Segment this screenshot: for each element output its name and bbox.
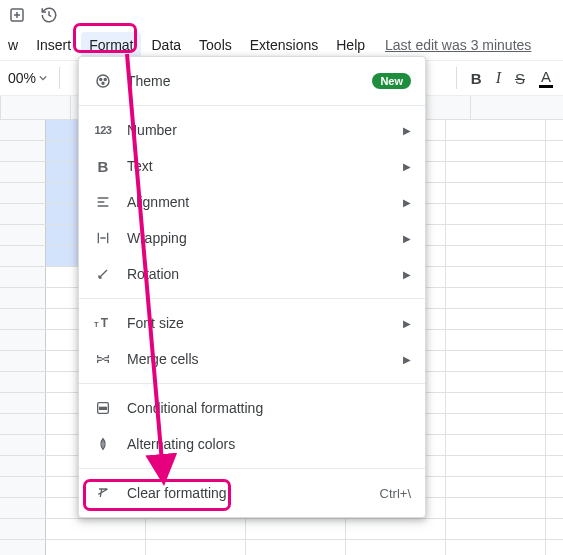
menu-label: Text	[127, 158, 395, 174]
number-icon: 123	[93, 120, 113, 140]
menu-alternating-colors[interactable]: Alternating colors	[79, 426, 425, 462]
separator	[456, 67, 457, 89]
menu-text[interactable]: B Text ▶	[79, 148, 425, 184]
separator	[79, 105, 425, 106]
last-edit-link[interactable]: Last edit was 3 minutes	[385, 37, 531, 53]
menu-data[interactable]: Data	[143, 32, 189, 58]
bold-button[interactable]: B	[471, 70, 482, 87]
wrap-icon	[93, 228, 113, 248]
new-badge: New	[372, 73, 411, 89]
italic-button[interactable]: I	[496, 69, 501, 87]
menu-label: Alternating colors	[127, 436, 411, 452]
svg-text:T: T	[94, 320, 99, 329]
shortcut-label: Ctrl+\	[380, 486, 411, 501]
menu-help[interactable]: Help	[328, 32, 373, 58]
menu-label: Font size	[127, 315, 395, 331]
table-row[interactable]	[0, 540, 563, 555]
merge-icon	[93, 349, 113, 369]
alternating-icon	[93, 434, 113, 454]
separator	[79, 383, 425, 384]
svg-point-1	[97, 75, 109, 87]
menu-wrapping[interactable]: Wrapping ▶	[79, 220, 425, 256]
menu-theme[interactable]: Theme New	[79, 63, 425, 99]
svg-rect-8	[100, 407, 107, 409]
separator	[79, 468, 425, 469]
menu-label: Clear formatting	[127, 485, 380, 501]
submenu-arrow-icon: ▶	[403, 161, 411, 172]
table-row[interactable]	[0, 519, 563, 540]
bold-icon: B	[93, 156, 113, 176]
submenu-arrow-icon: ▶	[403, 269, 411, 280]
align-icon	[93, 192, 113, 212]
zoom-select[interactable]: 00%	[4, 70, 51, 86]
menu-alignment[interactable]: Alignment ▶	[79, 184, 425, 220]
conditional-icon	[93, 398, 113, 418]
menu-format[interactable]: Format	[81, 32, 141, 58]
submenu-arrow-icon: ▶	[403, 318, 411, 329]
clear-format-icon	[93, 483, 113, 503]
menu-conditional-formatting[interactable]: Conditional formatting	[79, 390, 425, 426]
menu-label: Conditional formatting	[127, 400, 411, 416]
menu-rotation[interactable]: Rotation ▶	[79, 256, 425, 292]
history-icon[interactable]	[38, 4, 60, 26]
menu-label: Merge cells	[127, 351, 395, 367]
format-menu: Theme New 123 Number ▶ B Text ▶ Alignmen…	[78, 56, 426, 518]
submenu-arrow-icon: ▶	[403, 197, 411, 208]
chevron-down-icon	[39, 74, 47, 82]
theme-icon	[93, 71, 113, 91]
zoom-value: 00%	[8, 70, 36, 86]
menu-number[interactable]: 123 Number ▶	[79, 112, 425, 148]
submenu-arrow-icon: ▶	[403, 233, 411, 244]
menu-label: Theme	[127, 73, 372, 89]
menu-view[interactable]: w	[0, 32, 26, 58]
col-header[interactable]	[1, 96, 71, 119]
menu-label: Alignment	[127, 194, 395, 210]
menu-fontsize[interactable]: TT Font size ▶	[79, 305, 425, 341]
separator	[59, 67, 60, 89]
submenu-arrow-icon: ▶	[403, 354, 411, 365]
svg-point-4	[102, 82, 104, 84]
menu-clear-formatting[interactable]: Clear formatting Ctrl+\	[79, 475, 425, 511]
add-shortcut-icon[interactable]	[6, 4, 28, 26]
menu-label: Number	[127, 122, 395, 138]
strikethrough-button[interactable]: S	[515, 70, 525, 87]
menu-tools[interactable]: Tools	[191, 32, 240, 58]
quick-access-bar	[0, 0, 563, 30]
svg-text:T: T	[101, 316, 109, 330]
menu-insert[interactable]: Insert	[28, 32, 79, 58]
col-header[interactable]	[471, 96, 563, 119]
menu-label: Wrapping	[127, 230, 395, 246]
rotation-icon	[93, 264, 113, 284]
separator	[79, 298, 425, 299]
submenu-arrow-icon: ▶	[403, 125, 411, 136]
svg-point-2	[100, 79, 102, 81]
menu-merge[interactable]: Merge cells ▶	[79, 341, 425, 377]
menu-label: Rotation	[127, 266, 395, 282]
fontsize-icon: TT	[93, 313, 113, 333]
svg-point-3	[104, 79, 106, 81]
text-color-button[interactable]: A	[539, 68, 553, 88]
menu-extensions[interactable]: Extensions	[242, 32, 326, 58]
